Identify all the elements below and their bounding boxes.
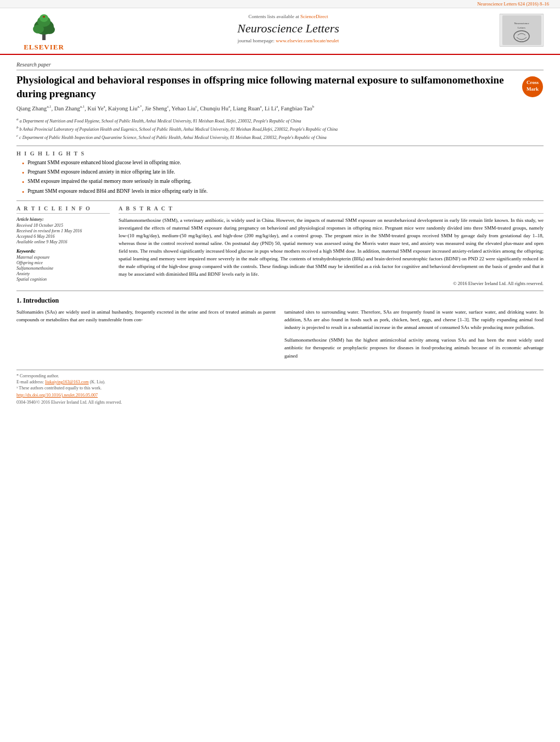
journal-header: ELSEVIER Contents lists available at Sci… xyxy=(0,8,560,55)
article-title-area: Physiological and behavioral responses i… xyxy=(16,74,544,101)
highlights-section: H I G H L I G H T S • Pregnant SMM expos… xyxy=(16,150,544,197)
svg-point-5 xyxy=(40,14,48,22)
article-history-title: Article history: xyxy=(16,217,110,222)
keywords-title: Keywords: xyxy=(16,249,110,254)
highlight-item-1: • Pregnant SMM exposure enhanced blood g… xyxy=(22,160,544,168)
highlights-list: • Pregnant SMM exposure enhanced blood g… xyxy=(16,160,544,197)
article-info-abstract-cols: A R T I C L E I N F O Article history: R… xyxy=(16,205,544,286)
section-1-title: 1. Introduction xyxy=(16,297,544,305)
online-date: Available online 9 May 2016 xyxy=(16,239,110,244)
keyword-4: Anxiety xyxy=(16,271,110,276)
main-content: Research paper Physiological and behavio… xyxy=(0,55,560,411)
keyword-3: Sulfamonomethoxine xyxy=(16,266,110,271)
authors-line: Qiang Zhanga,1, Dan Zhanga,1, Kui Yea, K… xyxy=(16,104,544,113)
accepted-date: Accepted 6 May 2016 xyxy=(16,234,110,239)
highlights-title: H I G H L I G H T S xyxy=(16,150,544,157)
homepage-link[interactable]: www.elsevier.com/locate/neulet xyxy=(276,38,339,43)
email-note: E-mail address: liukaiying163@163.com (K… xyxy=(16,380,544,384)
divider-before-intro xyxy=(16,291,544,291)
svg-rect-6 xyxy=(43,16,45,18)
divider-after-affiliations xyxy=(16,146,544,146)
article-title: Physiological and behavioral responses i… xyxy=(16,74,522,101)
sciencedirect-text: Contents lists available at xyxy=(249,14,299,19)
journal-logo-area: Neuroscience Letters xyxy=(500,12,549,47)
homepage-line: journal homepage: www.elsevier.com/locat… xyxy=(82,38,494,43)
affiliation-c: c c Department of Public Health Inspecti… xyxy=(16,135,327,140)
corresponding-author-note: * Corresponding author. xyxy=(16,373,544,378)
keyword-1: Maternal exposure xyxy=(16,255,110,260)
citation-text: Neuroscience Letters 624 (2016) 8–16 xyxy=(477,1,549,7)
bullet-icon: • xyxy=(22,169,24,177)
article-info-col: A R T I C L E I N F O Article history: R… xyxy=(16,205,110,286)
svg-text:Cross: Cross xyxy=(527,80,539,85)
abstract-copyright: © 2016 Elsevier Ireland Ltd. All rights … xyxy=(119,281,544,286)
highlight-item-3: • SMM exposure impaired the spatial memo… xyxy=(22,178,544,186)
abstract-text: Sulfamonomethoxine (SMM), a veterinary a… xyxy=(119,217,544,278)
footnotes: * Corresponding author. E-mail address: … xyxy=(16,370,544,405)
crossmark-area: Cross Mark xyxy=(522,74,544,99)
intro-right-para2: Sulfamonomethoxine (SMM) has the highest… xyxy=(284,336,544,360)
research-paper-label: Research paper xyxy=(16,62,544,70)
bullet-icon: • xyxy=(22,188,24,196)
intro-left-text: Sulfonamides (SAs) are widely used in an… xyxy=(16,308,276,324)
email-link[interactable]: liukaiying163@163.com xyxy=(45,380,89,384)
journal-logo-box: Neuroscience Letters xyxy=(500,14,544,47)
elsevier-tree-icon xyxy=(27,12,60,42)
bullet-icon: • xyxy=(22,160,24,168)
copyright-line: 0304-3940/© 2016 Elsevier Ireland Ltd. A… xyxy=(16,400,544,405)
introduction-section: 1. Introduction Sulfonamides (SAs) are w… xyxy=(16,297,544,364)
equal-contribution-note: ¹ These authors contributed equally to t… xyxy=(16,386,544,390)
received-date: Received 18 October 2015 xyxy=(16,223,110,228)
keyword-5: Spatial cognition xyxy=(16,277,110,282)
abstract-title: A B S T R A C T xyxy=(119,205,544,214)
homepage-text: journal homepage: xyxy=(238,38,275,43)
journal-title-text: Neuroscience Letters xyxy=(82,21,494,36)
sciencedirect-line: Contents lists available at ScienceDirec… xyxy=(82,14,494,19)
article-history: Article history: Received 18 October 201… xyxy=(16,217,110,244)
svg-text:Neuroscience: Neuroscience xyxy=(514,22,529,25)
neuroscience-letters-logo-icon: Neuroscience Letters xyxy=(501,14,542,46)
article-info-title: A R T I C L E I N F O xyxy=(16,205,110,214)
abstract-col: A B S T R A C T Sulfamonomethoxine (SMM)… xyxy=(119,205,544,286)
elsevier-logo-area: ELSEVIER xyxy=(11,12,77,54)
svg-text:Mark: Mark xyxy=(527,86,539,92)
svg-rect-8 xyxy=(502,15,541,45)
crossmark-icon: Cross Mark xyxy=(522,76,544,98)
intro-right-para1: taminated sites to surrounding water. Th… xyxy=(284,308,544,332)
bullet-icon: • xyxy=(22,178,24,186)
revised-date: Received in revised form 1 May 2016 xyxy=(16,228,110,233)
intro-right-col: taminated sites to surrounding water. Th… xyxy=(284,308,544,364)
doi-line: http://dx.doi.org/10.1016/j.neulet.2016.… xyxy=(16,393,544,398)
svg-text:Letters: Letters xyxy=(518,26,525,29)
affiliation-a: a a Department of Nutrition and Food Hyg… xyxy=(16,119,301,124)
citation-bar: Neuroscience Letters 624 (2016) 8–16 xyxy=(0,0,560,8)
highlight-item-4: • Prgnant SMM exposure reduced BH4 and B… xyxy=(22,188,544,196)
affiliations: a a Department of Nutrition and Food Hyg… xyxy=(16,117,544,141)
intro-body-cols: Sulfonamides (SAs) are widely used in an… xyxy=(16,308,544,364)
affiliation-b: b b Anhui Provincial Laboratory of Popul… xyxy=(16,127,338,132)
divider-after-highlights xyxy=(16,200,544,201)
intro-left-col: Sulfonamides (SAs) are widely used in an… xyxy=(16,308,276,364)
journal-center: Contents lists available at ScienceDirec… xyxy=(77,12,500,46)
highlight-item-2: • Pregnant SMM exposure induced anxiety … xyxy=(22,169,544,177)
keyword-2: Offspring mice xyxy=(16,260,110,265)
sciencedirect-link[interactable]: ScienceDirect xyxy=(300,14,328,19)
doi-link[interactable]: http://dx.doi.org/10.1016/j.neulet.2016.… xyxy=(16,393,98,398)
keywords-list: Maternal exposure Offspring mice Sulfamo… xyxy=(16,255,110,282)
elsevier-label: ELSEVIER xyxy=(24,43,64,52)
page-wrapper: Neuroscience Letters 624 (2016) 8–16 ELS… xyxy=(0,0,560,742)
